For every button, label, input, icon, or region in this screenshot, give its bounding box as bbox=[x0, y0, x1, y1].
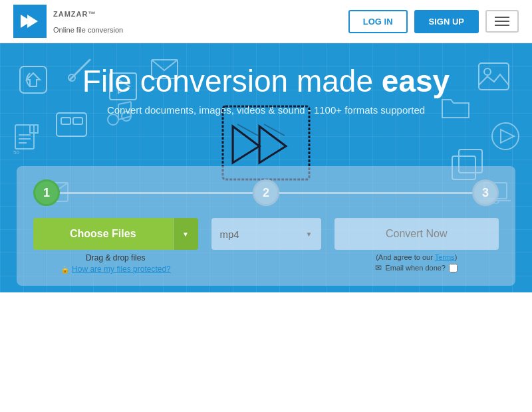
svg-line-40 bbox=[264, 124, 285, 136]
svg-marker-35 bbox=[233, 126, 259, 163]
menu-bar-2 bbox=[495, 21, 509, 22]
step-connector-2 bbox=[279, 192, 472, 194]
svg-rect-11 bbox=[15, 125, 34, 149]
step2-area: mp4 ▼ bbox=[211, 218, 321, 250]
svg-marker-27 bbox=[501, 130, 514, 143]
email-row: ✉ Email when done? bbox=[334, 263, 499, 272]
svg-marker-36 bbox=[259, 126, 286, 163]
terms-text: (And agree to our Terms) bbox=[334, 253, 499, 261]
zamzar-logo-icon bbox=[13, 5, 47, 38]
conversion-panel: 1 2 3 Choose Files ▼ Drag & drop f bbox=[17, 166, 515, 286]
svg-line-22 bbox=[118, 116, 131, 120]
login-button[interactable]: LOG IN bbox=[348, 10, 408, 33]
email-icon: ✉ bbox=[375, 263, 382, 272]
logo-area: ZAMZAR™ Online file conversion bbox=[13, 5, 123, 38]
logo-text: ZAMZAR™ Online file conversion bbox=[53, 9, 123, 34]
choose-files-button[interactable]: Choose Files bbox=[33, 218, 173, 250]
controls-row: Choose Files ▼ Drag & drop files 🔒 How a… bbox=[33, 218, 499, 274]
menu-bar-1 bbox=[495, 17, 509, 18]
header: ZAMZAR™ Online file conversion LOG IN SI… bbox=[0, 0, 532, 43]
step-3-circle: 3 bbox=[472, 179, 499, 206]
step1-area: Choose Files ▼ Drag & drop files 🔒 How a… bbox=[33, 218, 198, 274]
format-dropdown[interactable]: mp4 ▼ bbox=[211, 218, 321, 250]
choose-files-dropdown-button[interactable]: ▼ bbox=[173, 218, 198, 250]
drag-drop-text: Drag & drop files bbox=[33, 253, 198, 262]
step-connector-1 bbox=[60, 192, 253, 194]
logo-name: ZAMZAR™ bbox=[53, 9, 123, 26]
menu-bar-3 bbox=[495, 25, 509, 26]
choose-files-btn-group[interactable]: Choose Files ▼ bbox=[33, 218, 198, 250]
menu-button[interactable] bbox=[485, 10, 519, 33]
svg-text:50: 50 bbox=[13, 150, 19, 155]
logo-tagline: Online file conversion bbox=[53, 26, 123, 34]
hero-title: File conversion made easy bbox=[0, 63, 532, 99]
format-select-button[interactable]: mp4 ▼ bbox=[211, 218, 321, 250]
format-value: mp4 bbox=[220, 229, 239, 240]
svg-rect-18 bbox=[61, 118, 70, 124]
svg-line-38 bbox=[237, 124, 258, 136]
convert-now-button[interactable]: Convert Now bbox=[334, 218, 499, 250]
email-label: Email when done? bbox=[385, 264, 446, 272]
signup-button[interactable]: SIGN UP bbox=[414, 10, 479, 33]
protected-link-area: 🔒 How are my files protected? bbox=[33, 264, 198, 274]
lock-icon: 🔒 bbox=[61, 265, 70, 273]
svg-point-20 bbox=[108, 114, 118, 125]
hero-section: 50 bbox=[0, 43, 532, 292]
protected-link[interactable]: How are my files protected? bbox=[72, 264, 171, 274]
sketch-icon-play-right bbox=[489, 120, 522, 153]
choose-files-arrow-icon: ▼ bbox=[182, 231, 189, 238]
step-1-circle: 1 bbox=[33, 179, 60, 206]
steps-row: 1 2 3 bbox=[33, 179, 499, 206]
step3-area: Convert Now (And agree to our Terms) ✉ E… bbox=[334, 218, 499, 272]
format-arrow-icon: ▼ bbox=[306, 231, 313, 238]
step-2-circle: 2 bbox=[253, 179, 279, 206]
svg-rect-19 bbox=[73, 118, 82, 124]
email-checkbox[interactable] bbox=[449, 264, 458, 272]
sketch-icon-doc: 50 bbox=[10, 123, 43, 156]
terms-link[interactable]: Terms bbox=[435, 253, 455, 261]
header-nav: LOG IN SIGN UP bbox=[348, 10, 519, 33]
